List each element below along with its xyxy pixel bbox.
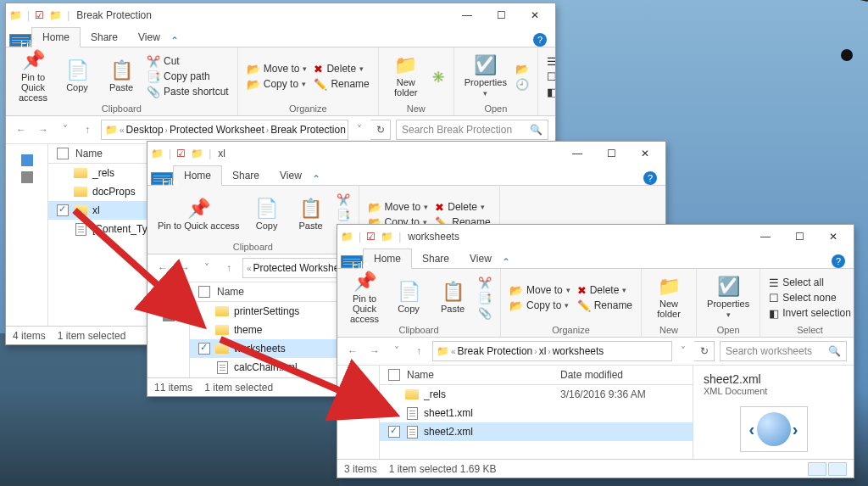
copy-path-button[interactable]: 📑 <box>476 291 493 305</box>
this-pc-icon[interactable] <box>163 310 175 321</box>
file-list[interactable]: _rels3/16/2016 9:36 AM sheet1.xml sheet2… <box>380 385 693 459</box>
paste-button[interactable]: 📋Paste <box>432 272 473 323</box>
history-button[interactable]: 🕘 <box>514 77 531 92</box>
maximize-button[interactable]: ☐ <box>484 3 518 27</box>
paste-button[interactable]: 📋Paste <box>101 51 142 102</box>
tab-file[interactable]: File <box>341 255 363 268</box>
properties-button[interactable]: ☑️Properties <box>704 272 753 323</box>
titlebar[interactable]: 📁|☑📁| xl —☐✕ <box>147 142 665 165</box>
copy-path-button[interactable]: 📑 <box>335 208 352 222</box>
select-all-button[interactable]: ☰Select all <box>545 54 556 69</box>
copy-button[interactable]: 📄Copy <box>57 51 97 102</box>
up-button[interactable]: ↑ <box>220 258 237 278</box>
breadcrumb-segment[interactable]: Protected Worksheet <box>253 262 348 274</box>
collapse-ribbon-icon[interactable]: ⌃ <box>170 35 179 47</box>
help-button[interactable]: ? <box>533 33 547 47</box>
collapse-ribbon-icon[interactable]: ⌃ <box>312 173 320 185</box>
back-button[interactable]: ← <box>154 258 171 278</box>
select-all-checkbox[interactable] <box>198 286 210 298</box>
column-date[interactable]: Date modified <box>560 369 687 381</box>
rename-button[interactable]: ✏️Rename <box>312 77 370 92</box>
tab-share[interactable]: Share <box>412 249 459 268</box>
collapse-ribbon-icon[interactable]: ⌃ <box>502 256 510 268</box>
pin-to-quick-access-button[interactable]: 📌Pin to Quick access <box>344 272 385 323</box>
forward-button[interactable]: → <box>176 258 193 278</box>
refresh-button[interactable]: ↻ <box>694 341 715 361</box>
help-button[interactable]: ? <box>832 254 845 268</box>
rename-button[interactable]: ✏️Rename <box>576 299 634 313</box>
select-all-button[interactable]: ☰Select all <box>767 276 853 290</box>
quick-access-icon[interactable] <box>353 376 364 388</box>
select-all-checkbox[interactable] <box>57 148 69 159</box>
row-checkbox[interactable] <box>57 204 69 216</box>
tab-share[interactable]: Share <box>81 28 128 47</box>
tab-file[interactable]: File <box>151 172 173 185</box>
nav-pane[interactable] <box>147 282 190 377</box>
move-to-button[interactable]: 📂Move to <box>366 200 431 215</box>
breadcrumb-segment[interactable]: Break Protection <box>270 124 346 136</box>
select-none-button[interactable]: ☐Select none <box>767 291 853 305</box>
copy-to-button[interactable]: 📂Copy to <box>508 299 572 313</box>
this-pc-icon[interactable] <box>21 171 33 183</box>
tab-view[interactable]: View <box>459 249 502 268</box>
paste-button[interactable]: 📋Paste <box>291 189 331 240</box>
pin-to-quick-access-button[interactable]: 📌Pin to Quick access <box>13 51 53 102</box>
copy-path-button[interactable]: 📑Copy path <box>145 70 231 84</box>
open-button[interactable]: 📂 <box>514 62 531 76</box>
refresh-button[interactable]: ↻ <box>370 120 391 140</box>
copy-button[interactable]: 📄Copy <box>388 272 429 323</box>
view-details-button[interactable] <box>808 462 826 476</box>
tab-home[interactable]: Home <box>173 165 222 186</box>
tab-file[interactable]: File <box>9 34 31 47</box>
properties-button[interactable]: ☑️Properties <box>461 51 510 102</box>
forward-button[interactable]: → <box>366 341 383 361</box>
back-button[interactable]: ← <box>13 120 30 140</box>
paste-shortcut-button[interactable]: 📎 <box>476 306 493 321</box>
quick-access-icon[interactable] <box>163 293 175 304</box>
new-item-button[interactable]: ✳️ <box>430 70 447 84</box>
search-input[interactable]: Search worksheets🔍 <box>720 341 847 361</box>
recent-locations-button[interactable]: ˅ <box>388 341 405 361</box>
breadcrumb-segment[interactable]: Break Protection <box>458 345 533 357</box>
breadcrumb[interactable]: 📁« Break Protection› xl› worksheets <box>432 341 672 361</box>
close-button[interactable]: ✕ <box>628 142 662 165</box>
copy-to-button[interactable]: 📂Copy to <box>245 77 309 92</box>
up-button[interactable]: ↑ <box>79 120 96 140</box>
column-headers[interactable]: NameDate modified <box>380 366 693 385</box>
delete-button[interactable]: ✖Delete <box>433 200 492 215</box>
back-button[interactable]: ← <box>344 341 361 361</box>
recent-locations-button[interactable]: ˅ <box>198 258 215 278</box>
select-all-checkbox[interactable] <box>388 369 400 381</box>
cut-button[interactable]: ✂️Cut <box>145 54 231 69</box>
cut-button[interactable]: ✂️ <box>476 276 493 290</box>
up-button[interactable]: ↑ <box>410 341 427 361</box>
new-folder-button[interactable]: 📁New folder <box>386 51 426 102</box>
breadcrumb-segment[interactable]: xl <box>539 345 547 357</box>
delete-button[interactable]: ✖Delete <box>312 62 370 76</box>
check-icon[interactable]: ☑ <box>176 148 186 159</box>
move-to-button[interactable]: 📂Move to <box>508 283 572 298</box>
tab-home[interactable]: Home <box>363 249 412 269</box>
delete-button[interactable]: ✖Delete <box>576 283 634 298</box>
close-button[interactable]: ✕ <box>518 3 552 27</box>
cut-button[interactable]: ✂️ <box>335 193 352 207</box>
nav-pane[interactable] <box>337 366 380 459</box>
minimize-button[interactable]: — <box>560 142 594 165</box>
tab-share[interactable]: Share <box>222 166 270 185</box>
breadcrumb-segment[interactable]: Protected Worksheet <box>170 124 264 136</box>
search-input[interactable]: Search Break Protection🔍 <box>396 120 548 140</box>
invert-selection-button[interactable]: ◧Invert selection <box>545 85 556 99</box>
move-to-button[interactable]: 📂Move to <box>245 62 309 76</box>
paste-shortcut-button[interactable]: 📎Paste shortcut <box>145 85 231 99</box>
view-large-button[interactable] <box>828 462 847 476</box>
check-icon[interactable]: ☑ <box>366 231 376 243</box>
nav-pane[interactable] <box>6 144 48 326</box>
new-folder-button[interactable]: 📁New folder <box>648 272 689 323</box>
help-button[interactable]: ? <box>643 171 657 185</box>
minimize-button[interactable]: — <box>748 225 782 249</box>
list-item[interactable]: _rels3/16/2016 9:36 AM <box>380 385 693 404</box>
maximize-button[interactable]: ☐ <box>782 225 816 249</box>
copy-button[interactable]: 📄Copy <box>247 189 287 240</box>
minimize-button[interactable]: — <box>450 3 484 27</box>
breadcrumb-segment[interactable]: worksheets <box>553 345 604 357</box>
